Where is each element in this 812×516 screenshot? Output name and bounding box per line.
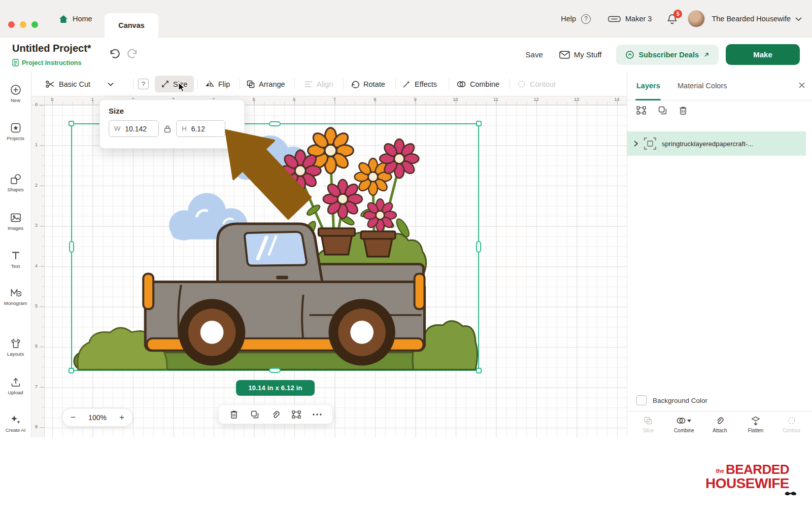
rotate-button[interactable]: Rotate: [351, 72, 385, 96]
help-menu[interactable]: Help ?: [561, 14, 591, 24]
close-window-button[interactable]: [8, 21, 15, 28]
titlebar-right: Help ? Maker 3 5 The Bearded Housewife: [561, 0, 802, 38]
close-panel-icon[interactable]: [798, 82, 805, 89]
make-button[interactable]: Make: [726, 44, 800, 65]
project-instructions-label: Project Instructions: [22, 59, 81, 66]
zoom-level: 100%: [88, 414, 107, 422]
sidebar-item-upload[interactable]: Upload: [0, 376, 31, 395]
ruler-top-number: 10: [453, 97, 458, 102]
ruler-top-number: 9: [414, 97, 417, 102]
selection-handle-bottom-right[interactable]: [476, 368, 482, 373]
selection-handle-top-right[interactable]: [476, 121, 482, 126]
weld-button[interactable]: [289, 407, 304, 422]
sidebar-item-monogram[interactable]: Monogram: [0, 287, 31, 306]
zoom-out-button[interactable]: −: [71, 413, 76, 422]
align-label: Align: [317, 80, 333, 88]
selection-handle-bottom-left[interactable]: [69, 368, 74, 373]
notifications-button[interactable]: 5: [667, 14, 678, 24]
undo-button[interactable]: [109, 49, 120, 59]
duplicate-button[interactable]: [247, 407, 262, 422]
tab-material-colors[interactable]: Material Colors: [678, 82, 727, 90]
ruler-top-number: 7: [333, 97, 336, 102]
toolbar-help-button[interactable]: ?: [138, 79, 149, 89]
contour-button: Contour: [518, 72, 556, 96]
duplicate-layer-button[interactable]: [658, 106, 667, 115]
background-color-row[interactable]: Background Color: [636, 395, 707, 405]
effects-button[interactable]: Effects: [402, 72, 437, 96]
chevron-right-icon[interactable]: [633, 140, 638, 147]
combine-label: Combine: [470, 80, 499, 88]
width-input[interactable]: [125, 125, 153, 133]
left-sidebar: New Projects Shapes Images Text Monogram…: [0, 72, 31, 437]
selection-handle-top-middle[interactable]: [269, 121, 281, 126]
sidebar-item-new[interactable]: New: [0, 84, 31, 103]
ruler-left-number: 6: [35, 343, 38, 349]
maximize-window-button[interactable]: [31, 21, 38, 28]
align-button: Align: [304, 72, 333, 96]
sidebar-item-images[interactable]: Images: [0, 212, 31, 231]
rotate-label: Rotate: [363, 80, 385, 88]
sidebar-item-text[interactable]: Text: [0, 250, 31, 269]
tab-home[interactable]: Home: [59, 0, 92, 38]
group-button[interactable]: [636, 106, 646, 115]
layer-row-selected[interactable]: springtrucklayeredpapercraft-...: [627, 131, 806, 156]
canvas-artwork-spring-truck[interactable]: [72, 124, 478, 371]
selection-handle-bottom-middle[interactable]: [269, 368, 281, 373]
flip-icon: [205, 80, 214, 88]
background-color-swatch[interactable]: [636, 395, 647, 405]
bearded-housewife-watermark: the BEARDED HOUSEWIFE: [702, 463, 789, 491]
lock-icon[interactable]: [164, 125, 171, 133]
tab-canvas[interactable]: Canvas: [105, 13, 158, 38]
redo-button[interactable]: [127, 49, 139, 59]
more-options-button[interactable]: [310, 407, 325, 422]
selection-size-badge: 10.14 in x 6.12 in: [236, 380, 315, 396]
attach-icon: [716, 416, 724, 426]
arrange-button[interactable]: Arrange: [247, 72, 285, 96]
project-instructions-link[interactable]: Project Instructions: [12, 59, 81, 66]
sidebar-item-projects[interactable]: Projects: [0, 122, 31, 141]
envelope-icon: [559, 51, 570, 59]
toolbar-divider: [240, 79, 240, 89]
delete-layer-button[interactable]: [679, 106, 687, 115]
account-chevron-down-icon[interactable]: [795, 17, 802, 21]
attach-action-button[interactable]: Attach: [705, 416, 734, 433]
zoom-in-button[interactable]: +: [119, 413, 124, 422]
new-icon: [10, 84, 21, 95]
layer-thumbnail-icon: [644, 137, 657, 150]
delete-button[interactable]: [226, 407, 242, 422]
flatten-action-button[interactable]: Flatten: [741, 416, 770, 433]
ruler-left-number: 8: [35, 424, 38, 429]
arrange-icon: [247, 80, 255, 88]
avatar[interactable]: [688, 10, 705, 27]
combine-button[interactable]: Combine: [457, 72, 499, 96]
selection-bounding-box[interactable]: [71, 123, 479, 371]
selection-handle-right-middle[interactable]: [476, 241, 481, 253]
sidebar-item-shapes[interactable]: Shapes: [0, 174, 31, 192]
size-popup: Size W H: [99, 99, 245, 149]
my-stuff-button[interactable]: My Stuff: [559, 50, 602, 59]
height-input[interactable]: [191, 125, 220, 133]
sidebar-item-layouts[interactable]: Layouts: [0, 338, 31, 357]
save-button[interactable]: Save: [526, 50, 543, 59]
attach-button[interactable]: [268, 407, 283, 422]
tab-layers[interactable]: Layers: [636, 82, 660, 90]
selection-handle-left-middle[interactable]: [69, 241, 74, 253]
ruler-top-number: 5: [253, 97, 255, 102]
layers-panel: Layers Material Colors springtrucklayere…: [627, 72, 812, 437]
subscriber-deals-button[interactable]: Subscriber Deals: [616, 45, 719, 65]
chevron-down-icon: [108, 82, 114, 86]
ruler-top-number: 12: [533, 97, 538, 102]
account-name: The Bearded Housewife: [712, 15, 791, 23]
flip-button[interactable]: Flip: [205, 72, 230, 96]
ruler-left-number: 7: [35, 384, 38, 389]
operation-dropdown[interactable]: Basic Cut: [46, 72, 130, 96]
size-button[interactable]: Size: [155, 76, 194, 92]
sidebar-item-create-ai[interactable]: Create AI: [0, 414, 31, 433]
ruler-left: 012345678: [31, 105, 45, 437]
ruler-top-number: 8: [374, 97, 376, 102]
selection-handle-top-left[interactable]: [69, 121, 74, 126]
machine-selector[interactable]: Maker 3: [608, 15, 652, 23]
combine-action-button[interactable]: Combine: [669, 416, 699, 433]
design-canvas[interactable]: 10.14 in x 6.12 in − 100% +: [45, 105, 627, 437]
minimize-window-button[interactable]: [20, 21, 26, 28]
